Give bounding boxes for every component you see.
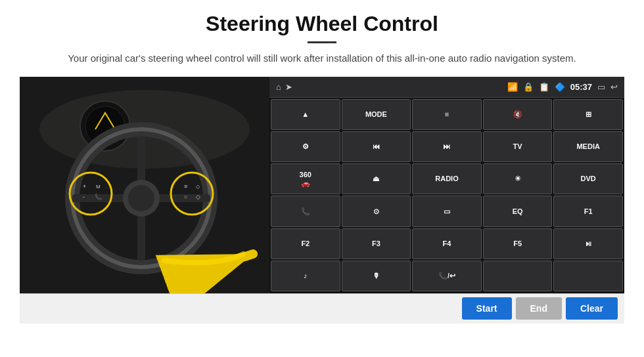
wifi-icon: 📶 [507,82,518,92]
end-button[interactable]: End [516,297,562,320]
control-button-25[interactable]: ⏯ [553,228,623,259]
control-button-19[interactable]: EQ [483,196,553,226]
control-button-5[interactable]: ⊞ [553,99,623,130]
control-button-27[interactable]: 🎙 [342,261,411,291]
control-button-12[interactable]: ⏏ [342,163,411,194]
status-bar-left: ⌂ ➤ [276,82,292,92]
content-row: + M - 📞 ≡ ◇ ○ ◇ [20,77,624,293]
control-button-14[interactable]: ☀ [483,163,553,194]
page-subtitle: Your original car's steering wheel contr… [68,51,576,66]
control-button-17[interactable]: ⊙ [342,196,411,226]
control-button-10[interactable]: MEDIA [553,131,623,162]
control-button-30[interactable] [553,261,623,291]
page-wrapper: Steering Wheel Control Your original car… [0,0,644,357]
title-divider [308,41,336,43]
control-button-8[interactable]: ⏭ [412,131,482,162]
svg-text:≡: ≡ [184,183,187,190]
control-button-16[interactable]: 📞 [271,196,340,226]
svg-point-9 [128,185,154,211]
control-button-15[interactable]: DVD [553,163,623,194]
control-button-3[interactable]: ≡ [412,99,482,130]
control-button-7[interactable]: ⏮ [342,131,411,162]
status-bar: ⌂ ➤ 📶 🔒 📋 🔷 05:37 ▭ ↩ [269,77,624,98]
send-icon[interactable]: ➤ [285,82,292,92]
control-button-28[interactable]: 📞/↩ [412,261,482,291]
control-button-21[interactable]: F2 [271,228,340,259]
back-icon: ↩ [610,82,618,92]
control-button-26[interactable]: ♪ [271,261,340,291]
car-interior-svg: + M - 📞 ≡ ◇ ○ ◇ [20,77,269,293]
time-display: 05:37 [570,82,592,92]
bt-icon: 🔷 [555,82,565,92]
car-image: + M - 📞 ≡ ◇ ○ ◇ [20,77,269,293]
control-button-22[interactable]: F3 [342,228,411,259]
action-bar: Start End Clear [20,293,624,324]
control-panel: ⌂ ➤ 📶 🔒 📋 🔷 05:37 ▭ ↩ ▲MODE≡🔇⊞⚙⏮⏭TVMEDIA… [269,77,624,293]
start-button[interactable]: Start [462,297,512,320]
control-button-11[interactable]: 360 🚗 [271,163,340,194]
control-button-2[interactable]: MODE [342,99,411,130]
control-button-13[interactable]: RADIO [412,163,482,194]
sim-icon: 📋 [539,82,549,92]
control-button-9[interactable]: TV [483,131,553,162]
svg-text:◇: ◇ [196,194,200,200]
page-title: Steering Wheel Control [206,12,438,36]
button-grid: ▲MODE≡🔇⊞⚙⏮⏭TVMEDIA360 🚗⏏RADIO☀DVD📞⊙▭EQF1… [269,98,624,293]
steering-wheel-bg: + M - 📞 ≡ ◇ ○ ◇ [20,77,269,293]
svg-text:📞: 📞 [95,193,103,201]
control-button-1[interactable]: ▲ [271,99,340,130]
control-button-4[interactable]: 🔇 [483,99,553,130]
control-button-29[interactable] [483,261,553,291]
svg-text:M: M [96,184,101,190]
control-button-24[interactable]: F5 [483,228,553,259]
clear-button[interactable]: Clear [566,297,618,320]
lock-icon: 🔒 [523,82,534,92]
control-button-20[interactable]: F1 [553,196,623,226]
svg-text:○: ○ [184,194,187,200]
control-button-18[interactable]: ▭ [412,196,482,226]
control-button-23[interactable]: F4 [412,228,482,259]
svg-text:-: - [83,194,85,200]
svg-text:◇: ◇ [196,184,200,190]
svg-text:+: + [83,183,86,190]
home-icon[interactable]: ⌂ [276,82,281,92]
screen-icon: ▭ [597,82,605,92]
control-button-6[interactable]: ⚙ [271,131,340,162]
status-bar-right: 📶 🔒 📋 🔷 05:37 ▭ ↩ [507,82,618,92]
